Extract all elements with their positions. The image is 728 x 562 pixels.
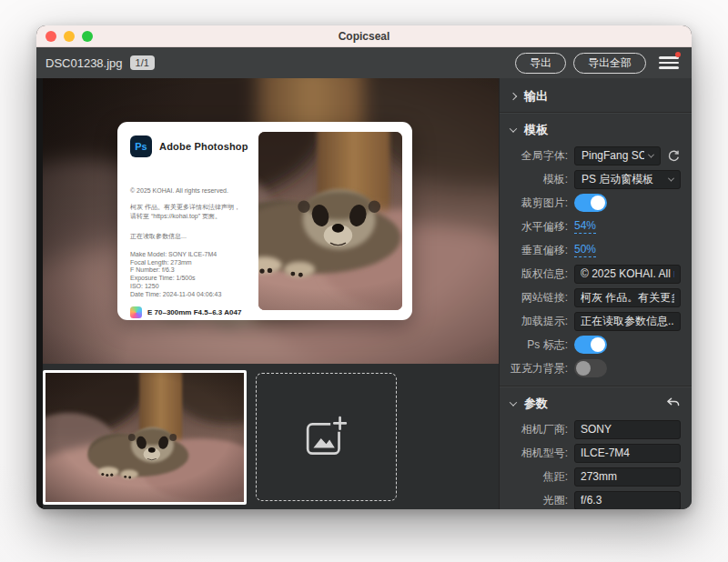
- settings-sidebar: 输出 模板 全局字体: PingFang SC: [499, 78, 692, 509]
- watermark-card-text-column: Ps Adobe Photoshop © 2025 KOHAI. All rig…: [130, 132, 254, 310]
- row-aperture: 光圈:: [500, 488, 692, 509]
- notification-dot: [675, 52, 681, 57]
- exif-f-number: F Number: f/6.3: [130, 266, 254, 275]
- ps-logo-toggle[interactable]: [574, 336, 607, 354]
- chevron-down-icon: [668, 175, 674, 181]
- crop-image-label: 裁剪图片:: [500, 196, 574, 211]
- focal-length-label: 焦距:: [500, 469, 574, 485]
- row-loading-hint: 加载提示:: [500, 309, 692, 333]
- website-link-input[interactable]: [574, 288, 681, 307]
- export-all-button[interactable]: 导出全部: [573, 53, 646, 74]
- reset-params-button[interactable]: [666, 397, 681, 409]
- watermark-exif-block: Make Model: SONY ILCE-7M4 Focal Length: …: [130, 251, 254, 299]
- params-panel-title: 参数: [524, 396, 548, 412]
- horizontal-offset-label: 水平偏移:: [500, 219, 574, 235]
- camera-model-input[interactable]: [574, 444, 681, 463]
- watermark-copyright: © 2025 KOHAI. All rights reserved.: [130, 186, 254, 195]
- close-window-button[interactable]: [46, 31, 56, 42]
- watermark-about-line1: 柯灰 作品。有关更多详情和法律声明，: [130, 203, 254, 211]
- row-horizontal-offset: 水平偏移: 54%: [500, 215, 692, 238]
- row-copyright-info: 版权信息:: [500, 262, 692, 286]
- aperture-input[interactable]: [574, 491, 681, 510]
- zoom-window-button[interactable]: [82, 31, 93, 42]
- aperture-label: 光圈:: [500, 493, 574, 508]
- template-label: 模板:: [500, 172, 574, 187]
- crop-image-toggle[interactable]: [574, 194, 607, 212]
- camera-make-label: 相机厂商:: [500, 422, 574, 437]
- watermark-card[interactable]: Ps Adobe Photoshop © 2025 KOHAI. All rig…: [117, 122, 412, 320]
- row-camera-make: 相机厂商:: [500, 417, 692, 441]
- row-global-font: 全局字体: PingFang SC: [500, 144, 692, 167]
- row-focal-length: 焦距:: [500, 465, 692, 488]
- titlebar: Copicseal: [36, 25, 692, 47]
- watermark-lens-name: E 70–300mm F4.5–6.3 A047: [147, 308, 241, 316]
- export-button[interactable]: 导出: [515, 53, 566, 74]
- vertical-offset-value[interactable]: 50%: [574, 243, 596, 257]
- copyright-info-label: 版权信息:: [500, 266, 574, 282]
- chevron-down-icon: [510, 398, 517, 406]
- row-website-link: 网站链接:: [500, 286, 692, 309]
- photoshop-logo-icon: Ps: [130, 135, 152, 157]
- camera-model-label: 相机型号:: [500, 446, 574, 461]
- traffic-lights: [46, 31, 93, 42]
- template-select[interactable]: PS 启动窗模板: [574, 170, 681, 189]
- filmstrip: [43, 364, 499, 509]
- thumbnail-selected[interactable]: [43, 370, 247, 505]
- row-template: 模板: PS 启动窗模板: [500, 167, 692, 191]
- content-area: Ps Adobe Photoshop © 2025 KOHAI. All rig…: [36, 78, 692, 509]
- exif-focal-length: Focal Length: 273mm: [130, 259, 254, 267]
- row-acrylic-background: 亚克力背景:: [500, 356, 692, 380]
- ps-logo-label: Ps 标志:: [500, 337, 574, 353]
- image-counter-badge: 1/1: [130, 55, 155, 70]
- focal-length-input[interactable]: [574, 467, 681, 487]
- acrylic-background-toggle[interactable]: [574, 359, 607, 377]
- website-link-label: 网站链接:: [500, 290, 574, 306]
- watermark-about-line2: 请转至 “https://kohai.top” 页面。: [130, 212, 254, 220]
- exif-iso: ISO: 1250: [130, 283, 254, 291]
- exif-exposure-time: Exposure Time: 1/500s: [130, 275, 254, 283]
- watermark-app-name: Adobe Photoshop: [159, 141, 248, 152]
- add-image-icon: [304, 416, 349, 459]
- chevron-right-icon: [510, 92, 517, 99]
- chevron-down-icon: [648, 151, 654, 157]
- loading-hint-input[interactable]: [574, 312, 681, 331]
- hamburger-menu-icon[interactable]: [659, 55, 679, 71]
- row-camera-model: 相机型号:: [500, 441, 692, 465]
- chevron-down-icon: [510, 125, 517, 132]
- photo-preview[interactable]: Ps Adobe Photoshop © 2025 KOHAI. All rig…: [43, 78, 499, 364]
- watermark-loading-text: 正在读取参数信息...: [130, 232, 254, 240]
- horizontal-offset-value[interactable]: 54%: [574, 219, 596, 234]
- thumbnail-photo: [46, 373, 244, 502]
- app-window: Copicseal DSC01238.jpg 1/1 导出 导出全部 Ps: [36, 25, 692, 509]
- camera-make-input[interactable]: [574, 420, 681, 439]
- main-area: Ps Adobe Photoshop © 2025 KOHAI. All rig…: [36, 78, 499, 509]
- copyright-info-input[interactable]: [574, 265, 681, 284]
- template-panel-title: 模板: [524, 122, 548, 138]
- row-vertical-offset: 垂直偏移: 50%: [500, 238, 692, 262]
- global-font-label: 全局字体:: [500, 148, 574, 164]
- add-images-dropzone[interactable]: [256, 373, 397, 501]
- panel-header-output[interactable]: 输出: [500, 82, 692, 110]
- watermark-card-photo: [258, 132, 402, 310]
- panel-header-template[interactable]: 模板: [500, 115, 692, 144]
- watermark-about: 柯灰 作品。有关更多详情和法律声明， 请转至 “https://kohai.to…: [130, 203, 254, 220]
- global-font-select[interactable]: PingFang SC: [574, 146, 661, 166]
- loading-hint-label: 加载提示:: [500, 314, 574, 329]
- row-crop-image: 裁剪图片:: [500, 191, 692, 215]
- vertical-offset-label: 垂直偏移:: [500, 243, 574, 258]
- window-title: Copicseal: [36, 30, 692, 43]
- exif-make-model: Make Model: SONY ILCE-7M4: [130, 251, 254, 259]
- current-filename: DSC01238.jpg: [46, 56, 123, 70]
- panel-header-params[interactable]: 参数: [500, 389, 692, 417]
- lens-rainbow-icon: [130, 306, 142, 318]
- watermark-lens-row: E 70–300mm F4.5–6.3 A047: [130, 306, 254, 318]
- row-ps-logo: Ps 标志:: [500, 333, 692, 356]
- toolbar: DSC01238.jpg 1/1 导出 导出全部: [36, 47, 692, 78]
- panel-divider: [500, 112, 692, 113]
- refresh-fonts-button[interactable]: [667, 149, 681, 163]
- watermark-brand-row: Ps Adobe Photoshop: [130, 135, 254, 157]
- minimize-window-button[interactable]: [64, 31, 75, 42]
- exif-date-time: Date Time: 2024-11-04 04:06:43: [130, 291, 254, 299]
- acrylic-background-label: 亚克力背景:: [500, 361, 574, 376]
- output-panel-title: 输出: [524, 88, 548, 105]
